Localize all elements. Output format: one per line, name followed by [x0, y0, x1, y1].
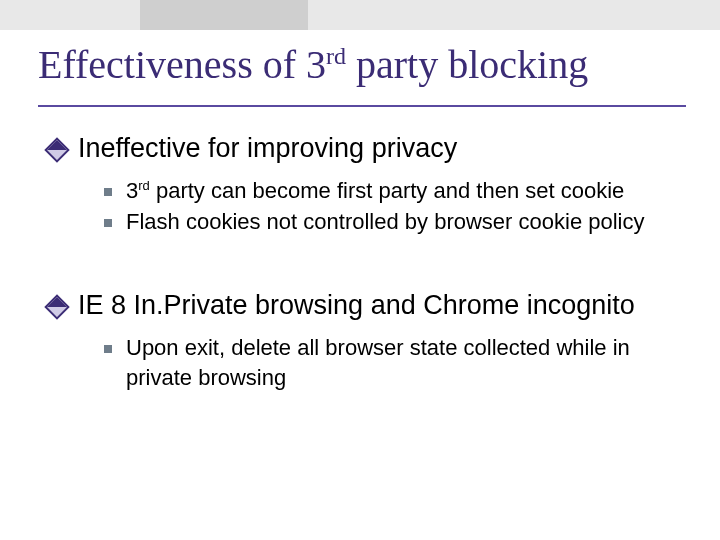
sub-text-pre: Upon exit, delete all browser state coll…: [126, 335, 630, 390]
bullet-text: Ineffective for improving privacy: [78, 132, 457, 166]
slide: Effectiveness of 3rd party blocking Inef…: [0, 0, 720, 540]
square-bullet-icon: [104, 188, 112, 196]
title-superscript: rd: [326, 43, 346, 69]
bullet-text: IE 8 In.Private browsing and Chrome inco…: [78, 289, 635, 323]
subbullet-item: Upon exit, delete all browser state coll…: [104, 333, 688, 392]
decorative-top-strip: [0, 0, 720, 30]
sub-text-pre: 3: [126, 178, 138, 203]
subbullet-text: 3rd party can become first party and the…: [126, 176, 624, 206]
sub-text-sup: rd: [138, 177, 150, 192]
subbullet-text: Upon exit, delete all browser state coll…: [126, 333, 646, 392]
slide-title: Effectiveness of 3rd party blocking: [38, 44, 688, 86]
bullet-row: IE 8 In.Private browsing and Chrome inco…: [48, 289, 688, 323]
bullet-row: Ineffective for improving privacy: [48, 132, 688, 166]
title-text-pre: Effectiveness of 3: [38, 42, 326, 87]
sub-text-pre: Flash cookies not controlled by browser …: [126, 209, 644, 234]
title-underline: [38, 105, 686, 107]
decorative-top-block: [140, 0, 308, 30]
spacer: [48, 263, 688, 289]
square-bullet-icon: [104, 219, 112, 227]
slide-body: Ineffective for improving privacy 3rd pa…: [48, 132, 688, 418]
diamond-bullet-icon: [44, 294, 69, 319]
bullet-level1: Ineffective for improving privacy 3rd pa…: [48, 132, 688, 237]
subbullets: Upon exit, delete all browser state coll…: [104, 333, 688, 392]
subbullets: 3rd party can become first party and the…: [104, 176, 688, 237]
diamond-bullet-icon: [44, 137, 69, 162]
subbullet-item: Flash cookies not controlled by browser …: [104, 207, 688, 237]
sub-text-post: party can become first party and then se…: [150, 178, 624, 203]
subbullet-item: 3rd party can become first party and the…: [104, 176, 688, 206]
square-bullet-icon: [104, 345, 112, 353]
subbullet-text: Flash cookies not controlled by browser …: [126, 207, 644, 237]
title-text-post: party blocking: [346, 42, 588, 87]
bullet-level1: IE 8 In.Private browsing and Chrome inco…: [48, 289, 688, 392]
